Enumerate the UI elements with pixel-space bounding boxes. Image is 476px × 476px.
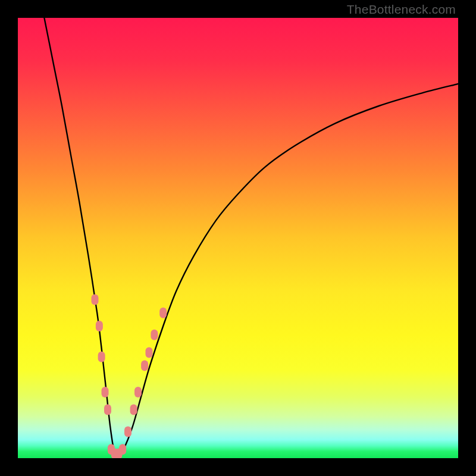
curve-marker <box>124 427 131 437</box>
curve-marker <box>141 361 148 371</box>
curve-marker <box>98 352 105 362</box>
curve-marker <box>102 387 109 397</box>
plot-area <box>18 18 458 458</box>
curve-marker <box>104 405 111 415</box>
curve-marker <box>151 330 158 340</box>
curve-marker <box>92 295 99 305</box>
curve-marker <box>130 405 137 415</box>
curve-marker <box>134 387 142 397</box>
watermark-text: TheBottleneck.com <box>347 2 456 17</box>
outer-frame: TheBottleneck.com <box>0 0 476 476</box>
curve-marker <box>96 321 103 331</box>
marker-group <box>92 295 167 458</box>
curve-layer <box>18 18 458 458</box>
curve-marker <box>119 444 126 455</box>
curve-marker <box>159 308 167 318</box>
curve-marker <box>146 347 153 358</box>
